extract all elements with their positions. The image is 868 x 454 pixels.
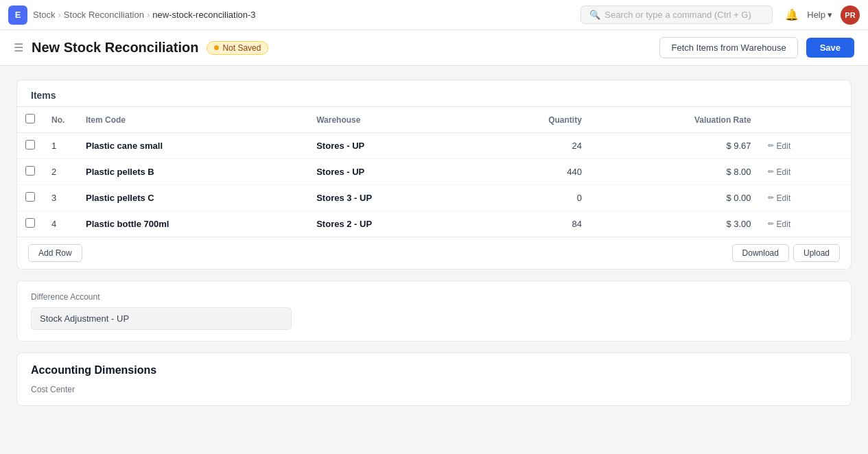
row-warehouse-4: Stores 2 - UP xyxy=(308,211,475,237)
help-button[interactable]: Help ▾ xyxy=(807,10,832,20)
row-valuation-rate-4: $ 3.00 xyxy=(590,211,760,237)
search-placeholder: Search or type a command (Ctrl + G) xyxy=(605,10,751,20)
items-card: Items No. Item Code Warehouse Quantity V… xyxy=(16,80,852,270)
row-quantity-4: 84 xyxy=(475,211,590,237)
row-warehouse-2: Stores - UP xyxy=(308,159,475,185)
difference-account-section: Difference Account Stock Adjustment - UP xyxy=(17,281,851,341)
search-bar[interactable]: 🔍 Search or type a command (Ctrl + G) xyxy=(580,5,773,24)
table-row: 3 Plastic pellets C Stores 3 - UP 0 $ 0.… xyxy=(17,185,851,211)
col-header-quantity: Quantity xyxy=(475,107,590,133)
table-footer-right: Download Upload xyxy=(732,244,840,262)
avatar[interactable]: PR xyxy=(841,5,860,25)
edit-button-2[interactable]: ✏ Edit xyxy=(768,167,843,177)
topbar: E Stock › Stock Reconciliation › new-sto… xyxy=(0,0,868,30)
col-header-warehouse: Warehouse xyxy=(308,107,475,133)
breadcrumb-stock-reconciliation[interactable]: Stock Reconciliation xyxy=(64,10,144,20)
items-table: No. Item Code Warehouse Quantity Valuati… xyxy=(17,106,851,237)
row-quantity-2: 440 xyxy=(475,159,590,185)
notification-bell-icon[interactable]: 🔔 xyxy=(785,8,799,21)
row-checkbox-cell-3 xyxy=(17,185,43,211)
cost-center-label: Cost Center xyxy=(31,385,837,394)
status-dot xyxy=(214,45,219,50)
row-checkbox-3[interactable] xyxy=(25,192,35,202)
col-header-valuation-rate: Valuation Rate xyxy=(590,107,760,133)
accounting-dimensions-section: Accounting Dimensions Cost Center xyxy=(17,353,851,405)
difference-account-input[interactable]: Stock Adjustment - UP xyxy=(31,307,292,330)
row-warehouse-3: Stores 3 - UP xyxy=(308,185,475,211)
download-button[interactable]: Download xyxy=(732,244,789,262)
row-item-code-2: Plastic pellets B xyxy=(78,159,308,185)
row-edit-cell-4: ✏ Edit xyxy=(760,211,851,237)
add-row-button[interactable]: Add Row xyxy=(28,244,82,262)
select-all-checkbox[interactable] xyxy=(25,114,35,123)
difference-account-label: Difference Account xyxy=(31,292,837,302)
row-checkbox-1[interactable] xyxy=(25,140,35,150)
edit-button-3[interactable]: ✏ Edit xyxy=(768,193,843,203)
col-header-checkbox xyxy=(17,107,43,133)
row-warehouse-1: Stores - UP xyxy=(308,133,475,159)
row-valuation-rate-3: $ 0.00 xyxy=(590,185,760,211)
app-logo[interactable]: E xyxy=(8,5,27,25)
accounting-dimensions-card: Accounting Dimensions Cost Center xyxy=(16,353,852,406)
difference-account-card: Difference Account Stock Adjustment - UP xyxy=(16,280,852,342)
page-header: ☰ New Stock Reconciliation Not Saved Fet… xyxy=(0,30,868,66)
status-label: Not Saved xyxy=(222,43,261,53)
edit-button-1[interactable]: ✏ Edit xyxy=(768,141,843,151)
row-checkbox-cell-2 xyxy=(17,159,43,185)
row-checkbox-cell-1 xyxy=(17,133,43,159)
col-header-actions xyxy=(760,107,851,133)
status-badge: Not Saved xyxy=(207,41,268,55)
row-quantity-1: 24 xyxy=(475,133,590,159)
search-icon: 🔍 xyxy=(589,10,600,20)
row-checkbox-2[interactable] xyxy=(25,166,35,176)
table-row: 1 Plastic cane small Stores - UP 24 $ 9.… xyxy=(17,133,851,159)
row-no-4: 4 xyxy=(43,211,78,237)
row-edit-cell-1: ✏ Edit xyxy=(760,133,851,159)
topbar-actions: 🔔 Help ▾ PR xyxy=(785,5,860,25)
row-edit-cell-2: ✏ Edit xyxy=(760,159,851,185)
row-item-code-4: Plastic bottle 700ml xyxy=(78,211,308,237)
table-row: 4 Plastic bottle 700ml Stores 2 - UP 84 … xyxy=(17,211,851,237)
upload-button[interactable]: Upload xyxy=(793,244,840,262)
pencil-icon-2: ✏ xyxy=(768,167,774,176)
page-title: New Stock Reconciliation xyxy=(32,40,198,56)
row-item-code-3: Plastic pellets C xyxy=(78,185,308,211)
row-edit-cell-3: ✏ Edit xyxy=(760,185,851,211)
fetch-items-button[interactable]: Fetch Items from Warehouse xyxy=(659,37,797,58)
table-row: 2 Plastic pellets B Stores - UP 440 $ 8.… xyxy=(17,159,851,185)
row-item-code-1: Plastic cane small xyxy=(78,133,308,159)
row-valuation-rate-1: $ 9.67 xyxy=(590,133,760,159)
table-footer: Add Row Download Upload xyxy=(17,237,851,269)
breadcrumb-current: new-stock-reconciliation-3 xyxy=(152,10,255,20)
save-button[interactable]: Save xyxy=(806,38,854,58)
breadcrumb: Stock › Stock Reconciliation › new-stock… xyxy=(33,10,256,20)
hamburger-icon[interactable]: ☰ xyxy=(14,41,23,54)
main-content: Items No. Item Code Warehouse Quantity V… xyxy=(0,66,868,431)
breadcrumb-sep-2: › xyxy=(147,10,150,20)
row-no-3: 3 xyxy=(43,185,78,211)
items-section-title: Items xyxy=(17,80,851,106)
pencil-icon-1: ✏ xyxy=(768,141,774,150)
col-header-no: No. xyxy=(43,107,78,133)
pencil-icon-4: ✏ xyxy=(768,219,774,228)
row-checkbox-cell-4 xyxy=(17,211,43,237)
col-header-item-code: Item Code xyxy=(78,107,308,133)
row-no-2: 2 xyxy=(43,159,78,185)
breadcrumb-stock[interactable]: Stock xyxy=(33,10,56,20)
row-no-1: 1 xyxy=(43,133,78,159)
row-quantity-3: 0 xyxy=(475,185,590,211)
pencil-icon-3: ✏ xyxy=(768,193,774,202)
accounting-dimensions-title: Accounting Dimensions xyxy=(31,364,837,377)
row-valuation-rate-2: $ 8.00 xyxy=(590,159,760,185)
breadcrumb-sep-1: › xyxy=(58,10,61,20)
chevron-down-icon: ▾ xyxy=(828,10,832,20)
edit-button-4[interactable]: ✏ Edit xyxy=(768,219,843,229)
row-checkbox-4[interactable] xyxy=(25,218,35,228)
